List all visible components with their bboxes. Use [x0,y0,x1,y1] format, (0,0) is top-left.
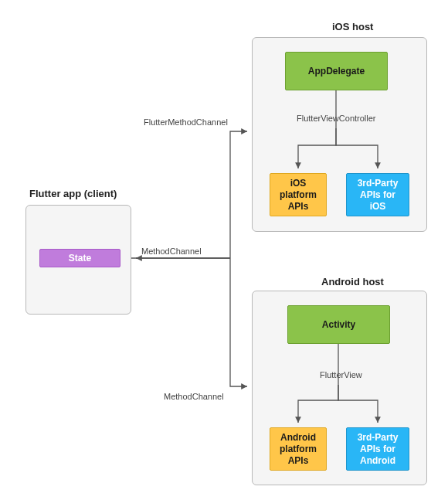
method-channel-label-top: MethodChannel [141,247,202,256]
ios-third-party-node: 3rd-Party APIs for iOS [346,173,409,216]
android-third-party-node: 3rd-Party APIs for Android [346,427,409,471]
method-channel-label-bottom: MethodChannel [164,392,224,401]
flutter-view-label: FlutterView [320,370,362,379]
app-delegate-node: AppDelegate [285,52,388,90]
ios-platform-apis-node: iOS platform APIs [270,173,327,216]
flutter-view-controller-label: FlutterViewController [297,114,376,123]
android-host-title: Android host [321,276,384,287]
state-node: State [39,249,120,267]
ios-host-title: iOS host [332,21,373,32]
flutter-method-channel-label: FlutterMethodChannel [144,117,228,127]
activity-node: Activity [287,305,390,344]
flutter-client-title: Flutter app (client) [29,188,117,199]
android-platform-apis-node: Android platform APIs [270,427,327,471]
